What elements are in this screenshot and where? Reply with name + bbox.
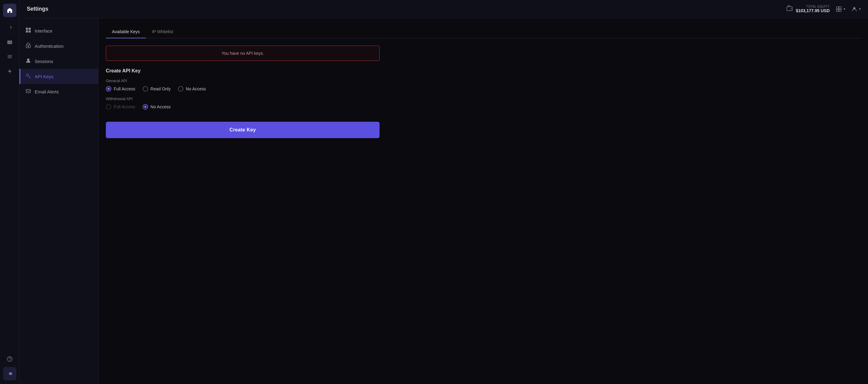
svg-rect-10 bbox=[836, 9, 838, 11]
svg-rect-15 bbox=[26, 30, 28, 33]
svg-rect-13 bbox=[26, 28, 28, 30]
general-no-access-radio[interactable] bbox=[178, 86, 183, 92]
portfolio-chevron: ▾ bbox=[844, 7, 845, 11]
general-read-only-radio[interactable] bbox=[143, 86, 148, 92]
general-read-only-label: Read Only bbox=[151, 86, 170, 91]
api-keys-icon bbox=[26, 73, 31, 80]
withdrawal-full-access-radio[interactable] bbox=[106, 104, 111, 110]
icon-rail bbox=[0, 0, 20, 384]
page-title: Settings bbox=[27, 6, 781, 12]
no-keys-warning: You have no API keys. bbox=[106, 46, 379, 61]
equity-block: TOTAL EQUITY $103,177.95 USD bbox=[786, 5, 830, 13]
content-area: Interface Authentication bbox=[20, 18, 868, 384]
sidebar-item-interface[interactable]: Interface bbox=[20, 23, 98, 38]
withdrawal-no-access-option[interactable]: No Access bbox=[143, 104, 170, 110]
general-no-access-label: No Access bbox=[186, 86, 206, 91]
svg-rect-16 bbox=[29, 30, 31, 33]
sidebar-item-email-alerts[interactable]: Email Alerts bbox=[20, 84, 98, 99]
support-nav[interactable] bbox=[3, 352, 17, 366]
svg-rect-8 bbox=[836, 7, 838, 9]
general-api-group: General API Full Access Read Only No bbox=[106, 79, 379, 92]
main-content: Available Keys IP Whitelist You have no … bbox=[98, 18, 868, 384]
general-no-access-option[interactable]: No Access bbox=[178, 86, 206, 92]
main-area: Settings TOTAL EQUITY $103,177.95 USD bbox=[20, 0, 868, 384]
svg-point-18 bbox=[28, 46, 29, 47]
svg-rect-2 bbox=[8, 56, 12, 57]
withdrawal-api-radio-group: Full Access No Access bbox=[106, 104, 379, 110]
general-api-label: General API bbox=[106, 79, 379, 83]
create-section-title: Create API Key bbox=[106, 68, 379, 73]
portfolio-toggle[interactable]: ▾ bbox=[836, 6, 845, 12]
equity-text: TOTAL EQUITY $103,177.95 USD bbox=[796, 5, 830, 13]
svg-rect-9 bbox=[839, 7, 841, 9]
svg-point-20 bbox=[26, 74, 29, 77]
logo-button[interactable] bbox=[3, 4, 17, 17]
wallet-icon bbox=[786, 5, 793, 13]
wallet-nav[interactable] bbox=[3, 35, 17, 49]
withdrawal-full-access-label: Full Access bbox=[114, 105, 135, 109]
withdrawal-no-access-label: No Access bbox=[151, 105, 170, 109]
top-header: Settings TOTAL EQUITY $103,177.95 USD bbox=[20, 0, 868, 18]
lightning-nav[interactable] bbox=[3, 64, 17, 78]
api-keys-label: API Keys bbox=[35, 74, 54, 79]
sessions-icon bbox=[26, 58, 31, 64]
orders-nav[interactable] bbox=[3, 50, 17, 63]
email-alerts-label: Email Alerts bbox=[35, 89, 59, 94]
no-keys-message: You have no API keys. bbox=[221, 51, 264, 56]
create-key-button[interactable]: Create Key bbox=[106, 122, 379, 138]
withdrawal-full-access-option[interactable]: Full Access bbox=[106, 104, 135, 110]
svg-point-5 bbox=[9, 360, 10, 361]
interface-icon bbox=[26, 27, 31, 34]
equity-value: $103,177.95 USD bbox=[796, 8, 830, 13]
svg-rect-0 bbox=[7, 40, 12, 44]
email-alerts-icon bbox=[26, 88, 31, 95]
api-panel: You have no API keys. Create API Key Gen… bbox=[106, 46, 379, 138]
svg-rect-11 bbox=[839, 9, 841, 11]
sessions-label: Sessions bbox=[35, 59, 53, 64]
sidebar-item-sessions[interactable]: Sessions bbox=[20, 54, 98, 69]
svg-rect-21 bbox=[26, 89, 30, 93]
settings-sidebar: Interface Authentication bbox=[20, 18, 98, 384]
authentication-label: Authentication bbox=[35, 43, 64, 49]
general-api-radio-group: Full Access Read Only No Access bbox=[106, 86, 379, 92]
account-chevron: ▾ bbox=[859, 7, 861, 11]
tabs: Available Keys IP Whitelist bbox=[106, 26, 861, 38]
withdrawal-api-label: Withdrawal API bbox=[106, 96, 379, 101]
equity-label: TOTAL EQUITY bbox=[806, 5, 830, 8]
authentication-icon bbox=[26, 42, 31, 49]
svg-rect-14 bbox=[29, 28, 31, 30]
general-read-only-option[interactable]: Read Only bbox=[143, 86, 170, 92]
svg-rect-3 bbox=[8, 58, 12, 58]
account-toggle[interactable]: ▾ bbox=[851, 6, 861, 12]
general-full-access-label: Full Access bbox=[114, 86, 135, 91]
svg-point-19 bbox=[27, 58, 30, 61]
general-full-access-option[interactable]: Full Access bbox=[106, 86, 135, 92]
general-full-access-radio[interactable] bbox=[106, 86, 111, 92]
interface-label: Interface bbox=[35, 28, 52, 33]
withdrawal-api-group: Withdrawal API Full Access No Access bbox=[106, 96, 379, 110]
withdrawal-no-access-radio[interactable] bbox=[143, 104, 148, 110]
settings-nav[interactable] bbox=[3, 367, 17, 380]
sidebar-item-authentication[interactable]: Authentication bbox=[20, 38, 98, 54]
svg-point-7 bbox=[790, 8, 792, 9]
tab-available-keys[interactable]: Available Keys bbox=[106, 26, 146, 38]
header-right: TOTAL EQUITY $103,177.95 USD ▾ ▾ bbox=[786, 5, 861, 13]
tab-ip-whitelist[interactable]: IP Whitelist bbox=[146, 26, 180, 38]
sidebar-item-api-keys[interactable]: API Keys bbox=[20, 69, 98, 84]
transfers-nav[interactable] bbox=[3, 21, 17, 34]
svg-rect-1 bbox=[8, 55, 12, 56]
